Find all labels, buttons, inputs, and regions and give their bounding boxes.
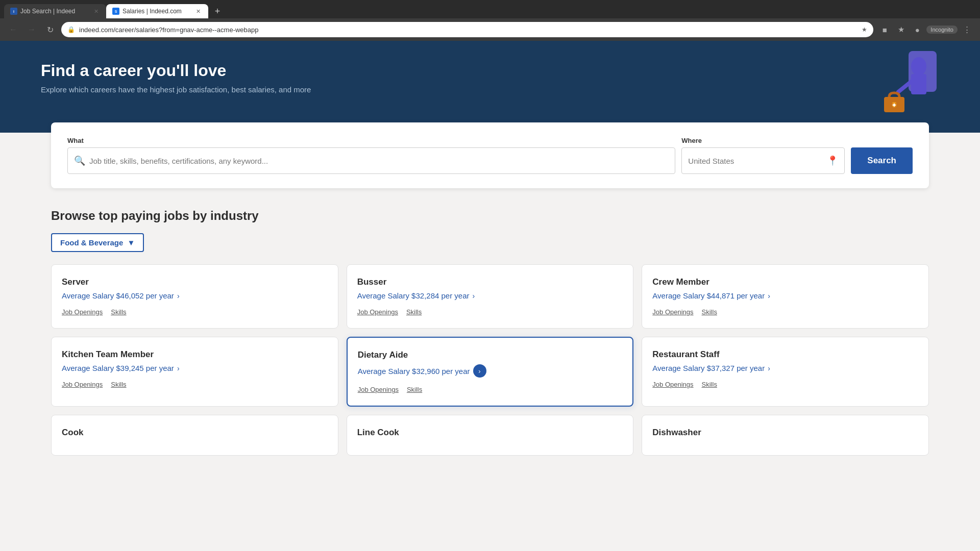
where-label: Where	[681, 137, 845, 144]
tab-close-job-search[interactable]: ✕	[92, 7, 100, 15]
star-icon[interactable]: ★	[862, 26, 867, 33]
svg-rect-6	[911, 74, 926, 94]
job-card-busser[interactable]: Busser Average Salary $32,284 per year ›…	[347, 264, 634, 329]
skills-link[interactable]: Skills	[111, 308, 126, 316]
job-links: Job Openings Skills	[62, 308, 328, 316]
salary-text: Average Salary $32,284 per year	[357, 291, 470, 300]
job-card-dishwasher[interactable]: Dishwasher	[642, 415, 929, 456]
skills-link[interactable]: Skills	[406, 308, 422, 316]
where-input-wrapper: 📍	[681, 147, 845, 174]
chevron-right-icon: ›	[177, 364, 180, 372]
tab-favicon-job-search: i	[10, 8, 17, 15]
address-bar[interactable]: 🔒 indeed.com/career/salaries?from=gnav-a…	[61, 22, 873, 37]
job-openings-link[interactable]: Job Openings	[652, 381, 693, 388]
browser-toolbar: ← → ↻ 🔒 indeed.com/career/salaries?from=…	[0, 18, 980, 41]
hero-content: Find a career you'll love Explore which …	[41, 61, 449, 94]
job-card-server[interactable]: Server Average Salary $46,052 per year ›…	[51, 264, 338, 329]
hero-section: Find a career you'll love Explore which …	[0, 41, 980, 133]
hero-svg: ✦	[868, 51, 939, 133]
job-openings-link[interactable]: Job Openings	[62, 381, 103, 388]
page: Find a career you'll love Explore which …	[0, 41, 980, 551]
job-card-kitchen-team-member[interactable]: Kitchen Team Member Average Salary $39,2…	[51, 337, 338, 407]
job-title: Restaurant Staff	[652, 349, 918, 360]
job-openings-link[interactable]: Job Openings	[357, 308, 398, 316]
where-field: Where 📍	[681, 137, 845, 174]
salary-text: Average Salary $44,871 per year	[652, 291, 765, 300]
job-card-restaurant-staff[interactable]: Restaurant Staff Average Salary $37,327 …	[642, 337, 929, 407]
chevron-right-icon: ›	[177, 292, 180, 300]
skills-link[interactable]: Skills	[111, 381, 126, 388]
job-title: Line Cook	[357, 428, 623, 438]
forward-button[interactable]: →	[24, 22, 39, 37]
lock-icon: 🔒	[67, 26, 75, 33]
skills-link[interactable]: Skills	[702, 308, 717, 316]
job-salary: Average Salary $46,052 per year ›	[62, 291, 328, 300]
tab-title-salaries: Salaries | Indeed.com	[122, 8, 191, 15]
search-button[interactable]: Search	[851, 147, 913, 174]
search-container: What 🔍 Where 📍 Search	[51, 122, 929, 188]
browser-tab-bar: i Job Search | Indeed ✕ S Salaries | Ind…	[0, 0, 980, 18]
svg-text:i: i	[13, 10, 14, 13]
salary-text: Average Salary $39,245 per year	[62, 364, 174, 372]
chevron-right-icon: ›	[768, 292, 770, 300]
hero-title: Find a career you'll love	[41, 61, 449, 80]
extensions-icon[interactable]: ■	[877, 22, 892, 37]
tab-title-job-search: Job Search | Indeed	[20, 8, 89, 15]
reload-button[interactable]: ↻	[43, 22, 57, 37]
hero-illustration: ✦	[868, 51, 939, 133]
bookmark-icon[interactable]: ★	[894, 22, 908, 37]
tab-close-salaries[interactable]: ✕	[194, 7, 202, 15]
svg-text:S: S	[115, 10, 117, 13]
tab-job-search[interactable]: i Job Search | Indeed ✕	[4, 4, 106, 18]
what-field: What 🔍	[67, 137, 675, 174]
jobs-grid: Server Average Salary $46,052 per year ›…	[51, 264, 929, 456]
job-links: Job Openings Skills	[357, 308, 623, 316]
svg-text:✦: ✦	[891, 101, 897, 109]
chevron-right-circle-icon: ›	[473, 364, 486, 378]
job-salary: Average Salary $32,960 per year ›	[358, 364, 623, 378]
industry-filter-dropdown[interactable]: Food & Beverage ▼	[51, 233, 144, 252]
job-title: Busser	[357, 277, 623, 287]
job-links: Job Openings Skills	[652, 308, 918, 316]
job-card-dietary-aide[interactable]: Dietary Aide Average Salary $32,960 per …	[347, 337, 634, 407]
hero-subtitle: Explore which careers have the highest j…	[41, 85, 449, 94]
profile-icon[interactable]: ●	[910, 22, 924, 37]
new-tab-button[interactable]: +	[210, 4, 225, 18]
address-text: indeed.com/career/salaries?from=gnav-acm…	[79, 26, 857, 34]
job-title: Dishwasher	[652, 428, 918, 438]
search-row: What 🔍 Where 📍 Search	[67, 137, 913, 174]
skills-link[interactable]: Skills	[702, 381, 717, 388]
incognito-badge[interactable]: Incognito	[926, 26, 958, 34]
main-content: Browse top paying jobs by industry Food …	[0, 198, 980, 476]
chevron-right-icon: ›	[768, 364, 770, 372]
job-salary: Average Salary $37,327 per year ›	[652, 364, 918, 372]
where-input[interactable]	[688, 157, 823, 165]
job-salary: Average Salary $39,245 per year ›	[62, 364, 328, 372]
job-openings-link[interactable]: Job Openings	[358, 386, 399, 393]
back-button[interactable]: ←	[6, 22, 20, 37]
svg-point-5	[911, 57, 926, 76]
job-salary: Average Salary $32,284 per year ›	[357, 291, 623, 300]
browser-chrome: i Job Search | Indeed ✕ S Salaries | Ind…	[0, 0, 980, 41]
job-links: Job Openings Skills	[358, 386, 623, 393]
what-input-wrapper: 🔍	[67, 147, 675, 174]
job-card-line-cook[interactable]: Line Cook	[347, 415, 634, 456]
job-openings-link[interactable]: Job Openings	[652, 308, 693, 316]
job-title: Kitchen Team Member	[62, 349, 328, 360]
location-icon: 📍	[827, 155, 838, 166]
job-title: Crew Member	[652, 277, 918, 287]
what-label: What	[67, 137, 675, 144]
job-openings-link[interactable]: Job Openings	[62, 308, 103, 316]
tab-salaries[interactable]: S Salaries | Indeed.com ✕	[106, 4, 208, 18]
industry-filter-label: Food & Beverage	[60, 238, 123, 247]
more-icon[interactable]: ⋮	[960, 22, 974, 37]
chevron-right-icon: ›	[473, 292, 475, 300]
job-card-crew-member[interactable]: Crew Member Average Salary $44,871 per y…	[642, 264, 929, 329]
job-title: Dietary Aide	[358, 350, 623, 360]
job-card-cook[interactable]: Cook	[51, 415, 338, 456]
job-links: Job Openings Skills	[62, 381, 328, 388]
what-input[interactable]	[89, 157, 669, 165]
skills-link[interactable]: Skills	[407, 386, 422, 393]
browse-section-title: Browse top paying jobs by industry	[51, 209, 929, 223]
salary-text: Average Salary $37,327 per year	[652, 364, 765, 372]
